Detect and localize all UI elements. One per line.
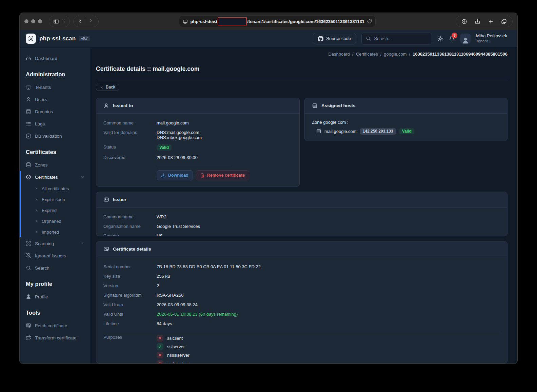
chevron-right-icon: [34, 230, 38, 234]
user-icon: [462, 37, 469, 44]
notifications-button[interactable]: 3: [449, 36, 455, 42]
sidebar-item-zones[interactable]: Zones: [20, 159, 91, 171]
main-content: Dashboard/ Certificates/ google.com/ 163…: [91, 47, 517, 364]
downloads-icon[interactable]: [461, 19, 467, 24]
sidebar-item-label: Scanning: [35, 241, 54, 246]
app-brand[interactable]: php-ssl-scan v0.7: [20, 34, 91, 44]
sidebar-item-label: Orphaned: [42, 219, 61, 224]
host-name[interactable]: mail.google.com: [324, 129, 357, 134]
sidebar-toggle-button[interactable]: [49, 16, 70, 27]
purpose-name: sslclient: [167, 336, 183, 341]
purpose-row: ✕sslclient: [157, 335, 195, 341]
card-title: Assigned hosts: [321, 103, 356, 108]
sidebar-item-profile[interactable]: Profile: [20, 291, 91, 303]
certificate-details-card: Certificate details Serial number7B 18 B…: [96, 241, 508, 364]
toolbar-actions: [456, 16, 513, 27]
chevron-right-icon: [34, 208, 38, 212]
download-label: Download: [168, 173, 188, 178]
back-nav-icon[interactable]: [78, 19, 83, 24]
host-row: mail.google.com 142.250.203.133 Valid: [312, 128, 500, 135]
chevron-down-icon: [62, 20, 65, 23]
sidebar-item-expired[interactable]: Expired: [21, 205, 91, 216]
source-code-button[interactable]: Source code: [313, 33, 356, 44]
sidebar: Dashboard Administration Tenants Users D…: [20, 47, 91, 364]
sidebar-item-orphaned[interactable]: Orphaned: [21, 216, 91, 227]
purpose-row: ✓sslserver: [157, 343, 195, 350]
check-icon: ✓: [157, 343, 163, 350]
cross-icon: ✕: [157, 335, 163, 341]
sidebar-item-expire-soon[interactable]: Expire soon: [21, 194, 91, 205]
address-bar[interactable]: php-ssl-dev.t/tenant1/certificates/googl…: [179, 16, 376, 27]
status-badge: Valid: [157, 144, 172, 151]
back-label: Back: [106, 85, 115, 90]
issuer-common-name: WR2: [157, 214, 166, 219]
sidebar-item-tenants[interactable]: Tenants: [20, 81, 91, 93]
sidebar-item-label: Logs: [35, 121, 45, 126]
sidebar-item-dashboard[interactable]: Dashboard: [20, 52, 91, 64]
sidebar-item-certificates[interactable]: Certificates: [21, 171, 91, 183]
common-name-value: mail.google.com: [157, 120, 189, 125]
transform-icon: [26, 335, 31, 340]
notification-count-badge: 3: [452, 33, 457, 38]
breadcrumb-dashboard[interactable]: Dashboard: [328, 52, 350, 57]
purpose-row: ✕nssslserver: [157, 352, 195, 358]
sidebar-item-scanning[interactable]: Scanning: [20, 237, 91, 250]
breadcrumb-certificates[interactable]: Certificates: [356, 52, 378, 57]
sidebar-item-label: Zones: [35, 162, 48, 168]
sidebar-item-ignored-issuers[interactable]: Ignored issuers: [20, 250, 91, 262]
sidebar-item-logs[interactable]: Logs: [20, 118, 91, 130]
user-avatar[interactable]: [460, 34, 471, 44]
sidebar-item-label: Fetch certificate: [35, 323, 67, 328]
cross-icon: ✕: [157, 352, 163, 358]
sidebar-item-search[interactable]: Search: [20, 262, 91, 274]
valid-until-value: 2026-06-01 10:38:23 (60 days remaining): [157, 312, 238, 317]
lifetime-value: 84 days: [157, 321, 172, 326]
minimize-window-button[interactable]: [31, 19, 35, 23]
sidebar-item-domains[interactable]: Domains: [20, 105, 91, 118]
database-icon: [26, 162, 31, 168]
chevron-right-icon: [34, 197, 38, 201]
forward-nav-icon[interactable]: [89, 19, 94, 24]
scan-icon: [26, 241, 31, 246]
sidebar-section-tools: Tools: [20, 303, 91, 319]
field-label: Valid Until: [103, 312, 157, 317]
new-tab-icon[interactable]: [488, 19, 494, 24]
app-name: php-ssl-scan: [39, 35, 76, 42]
search-input[interactable]: [374, 36, 421, 41]
sidebar-section-my-profile: My profile: [20, 274, 91, 291]
version-badge: v0.7: [79, 36, 90, 41]
badge-check-icon: [26, 174, 31, 180]
download-button[interactable]: Download: [157, 170, 193, 180]
sidebar-item-users[interactable]: Users: [20, 93, 91, 105]
list-icon: [26, 121, 31, 126]
source-code-label: Source code: [326, 36, 351, 41]
breadcrumb-current: 163623501133613811311069460944385801506: [413, 52, 508, 57]
tab-overview-icon[interactable]: [501, 19, 507, 24]
remove-certificate-button[interactable]: Remove certificate: [196, 170, 249, 180]
certificate-icon: [103, 246, 109, 252]
reload-icon[interactable]: [367, 19, 372, 24]
issued-to-card: Issued to Common namemail.google.com Val…: [96, 98, 300, 187]
person-icon: [103, 103, 109, 109]
sidebar-item-db-validation[interactable]: DB validation: [20, 130, 91, 142]
sidebar-item-transform-certificate[interactable]: Transform certificate: [20, 332, 91, 344]
share-icon[interactable]: [475, 19, 480, 24]
sidebar-item-label: Users: [35, 97, 47, 102]
user-tenant: Tenant 1: [476, 39, 507, 43]
issuer-card: Issuer Common nameWR2 Organisation nameG…: [96, 192, 508, 237]
global-search[interactable]: [361, 33, 432, 45]
close-window-button[interactable]: [24, 19, 28, 23]
breadcrumb-zone[interactable]: google.com: [384, 52, 406, 57]
sidebar-item-imported[interactable]: Imported: [21, 227, 91, 237]
sidebar-item-all-certificates[interactable]: All certificates: [21, 183, 91, 194]
purpose-name: sslserver: [167, 344, 185, 349]
user-info[interactable]: Miha Petkovsek Tenant 1: [476, 33, 507, 44]
zoom-window-button[interactable]: [38, 19, 42, 23]
sidebar-item-fetch-certificate[interactable]: Fetch certificate: [20, 319, 91, 332]
field-label: Organisation name: [103, 224, 157, 229]
back-button[interactable]: Back: [96, 84, 119, 91]
theme-toggle-button[interactable]: [437, 36, 443, 42]
traffic-lights: [24, 19, 42, 23]
server-icon: [312, 103, 318, 109]
signature-algorithm-value: RSA-SHA256: [157, 293, 183, 298]
